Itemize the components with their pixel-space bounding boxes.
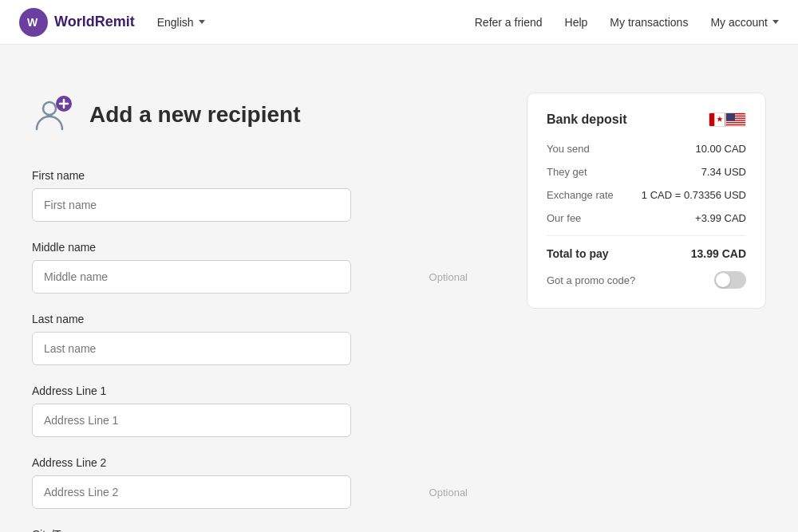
city-group: City/Town (32, 528, 479, 532)
form-section: Add a new recipient First name Middle na… (32, 93, 479, 532)
page-title: Add a new recipient (89, 102, 301, 128)
exchange-rate-value: 1 CAD = 0.73356 USD (642, 189, 746, 201)
main-content: Add a new recipient First name Middle na… (0, 45, 798, 532)
address-line2-wrapper: Optional (32, 475, 479, 509)
you-send-row: You send 10.00 CAD (547, 143, 746, 155)
last-name-group: Last name (32, 313, 479, 365)
my-transactions-link[interactable]: My transactions (610, 16, 688, 29)
last-name-input[interactable] (32, 332, 351, 365)
fee-value: +3.99 CAD (695, 212, 746, 224)
summary-title: Bank deposit (547, 112, 626, 127)
exchange-rate-row: Exchange rate 1 CAD = 0.73356 USD (547, 189, 746, 201)
middle-name-group: Middle name Optional (32, 241, 479, 294)
summary-divider (547, 235, 746, 236)
address-line2-group: Address Line 2 Optional (32, 456, 479, 509)
middle-name-label: Middle name (32, 241, 479, 254)
first-name-input[interactable] (32, 188, 351, 222)
account-chevron-down-icon (772, 20, 779, 24)
first-name-label: First name (32, 169, 479, 182)
promo-label: Got a promo code? (547, 274, 635, 286)
total-row: Total to pay 13.99 CAD (547, 247, 746, 260)
language-label: English (157, 16, 194, 29)
you-send-label: You send (547, 143, 590, 155)
us-flag-icon (725, 112, 746, 127)
svg-rect-15 (726, 125, 746, 126)
svg-point-1 (43, 102, 56, 115)
logo[interactable]: W WorldRemit (19, 8, 135, 37)
svg-rect-16 (726, 113, 735, 121)
total-value: 13.99 CAD (691, 247, 746, 260)
page-title-row: Add a new recipient (32, 93, 479, 137)
they-get-label: They get (547, 166, 587, 178)
my-account-label: My account (710, 16, 768, 29)
logo-text: WorldRemit (54, 14, 135, 30)
add-recipient-icon (32, 93, 77, 137)
svg-rect-13 (726, 121, 746, 122)
they-get-value: 7.34 USD (701, 166, 746, 178)
address-line2-input[interactable] (32, 475, 351, 509)
address-line1-input[interactable] (32, 404, 351, 437)
you-send-value: 10.00 CAD (695, 143, 746, 155)
language-selector[interactable]: English (151, 13, 211, 32)
summary-card: Bank deposit (527, 93, 766, 309)
header-left: W WorldRemit English (19, 8, 475, 37)
promo-toggle[interactable] (714, 271, 746, 289)
my-account-nav[interactable]: My account (710, 16, 779, 29)
svg-rect-14 (726, 123, 746, 124)
last-name-label: Last name (32, 313, 479, 325)
address-line2-optional: Optional (429, 487, 468, 499)
middle-name-input[interactable] (32, 260, 351, 294)
svg-rect-5 (709, 113, 715, 127)
refer-friend-link[interactable]: Refer a friend (475, 16, 543, 29)
header: W WorldRemit English Refer a friend Help… (0, 0, 798, 45)
promo-row: Got a promo code? (547, 271, 746, 289)
address-line2-label: Address Line 2 (32, 456, 479, 469)
total-label: Total to pay (547, 247, 609, 260)
help-link[interactable]: Help (565, 16, 588, 29)
city-label: City/Town (32, 528, 479, 532)
summary-header: Bank deposit (547, 112, 746, 127)
fee-label: Our fee (547, 212, 581, 224)
address-line1-label: Address Line 1 (32, 384, 479, 397)
logo-icon: W (19, 8, 48, 37)
address-line1-group: Address Line 1 (32, 384, 479, 437)
middle-name-optional: Optional (429, 271, 468, 283)
first-name-group: First name (32, 169, 479, 222)
fee-row: Our fee +3.99 CAD (547, 212, 746, 224)
chevron-down-icon (199, 20, 205, 24)
middle-name-wrapper: Optional (32, 260, 479, 294)
header-nav: Refer a friend Help My transactions My a… (475, 16, 779, 29)
svg-text:W: W (27, 16, 38, 29)
exchange-rate-label: Exchange rate (547, 189, 614, 201)
they-get-row: They get 7.34 USD (547, 166, 746, 178)
flag-icons (709, 112, 746, 127)
